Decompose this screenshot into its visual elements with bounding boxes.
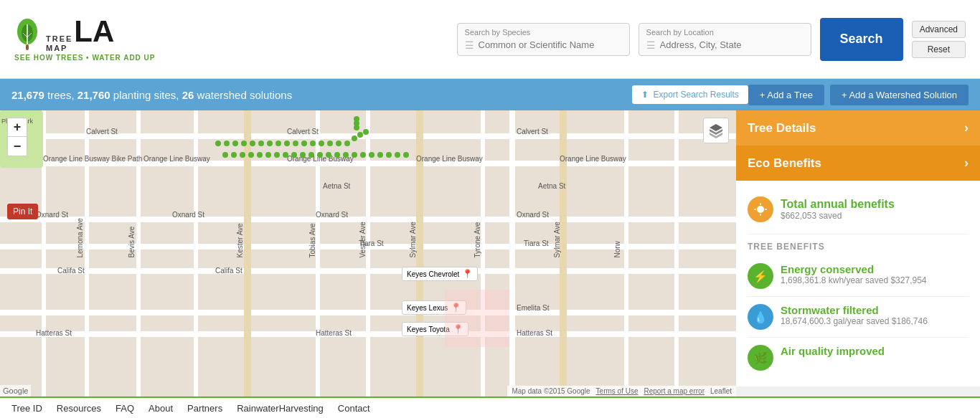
keyes-toyota-label: Keyes Toyota bbox=[407, 326, 450, 333]
total-benefits-title: Total annual benefits bbox=[781, 198, 895, 211]
report-link[interactable]: Report a map error bbox=[644, 387, 704, 395]
tree-dot bbox=[403, 152, 409, 158]
oxnard2-label: Oxnard St bbox=[172, 211, 204, 219]
road-lemona-v bbox=[85, 110, 89, 396]
watershed-count: 26 bbox=[182, 89, 194, 101]
footer: Tree ID Resources FAQ About Partners Rai… bbox=[0, 396, 980, 418]
svg-rect-5 bbox=[26, 44, 29, 50]
tree-details-chevron-icon: › bbox=[964, 120, 969, 136]
tobias-label: Tobias Ave bbox=[308, 223, 316, 257]
vesper-label: Vesper Ave bbox=[359, 222, 367, 257]
tree-dot bbox=[265, 152, 271, 158]
footer-link-about[interactable]: About bbox=[149, 403, 173, 414]
footer-link-treeid[interactable]: Tree ID bbox=[11, 403, 42, 414]
footer-link-rainwater[interactable]: RainwaterHarvesting bbox=[237, 403, 324, 414]
tree-dot bbox=[395, 152, 400, 158]
stats-text: 21,679 trees, 21,760 planting sites, 26 … bbox=[11, 89, 623, 101]
tree-dot bbox=[241, 141, 247, 146]
calvert-label: Calvert St bbox=[86, 128, 118, 136]
footer-link-partners[interactable]: Partners bbox=[187, 403, 222, 414]
google-logo: Google bbox=[0, 385, 31, 396]
map-area[interactable]: Calvert St Calvert St Calvert St Orange … bbox=[0, 110, 736, 396]
reset-button[interactable]: Reset bbox=[912, 41, 966, 58]
airquality-benefit-item: 🌿 Air quality improved bbox=[748, 338, 969, 378]
footer-link-faq[interactable]: FAQ bbox=[116, 403, 134, 414]
tree-dot bbox=[300, 152, 306, 158]
hamburger-icon: ☰ bbox=[465, 39, 474, 51]
lightning-icon: ⚡ bbox=[753, 270, 768, 283]
hatteras-label: Hatteras St bbox=[36, 329, 72, 337]
logo-la: LA bbox=[74, 16, 114, 47]
species-input[interactable] bbox=[479, 39, 622, 50]
eco-benefits-label: Eco Benefits bbox=[748, 156, 821, 171]
stormwater-benefit-item: 💧 Stormwater filtered 18,674,600.3 gal/y… bbox=[748, 297, 969, 338]
tree-dot bbox=[360, 152, 366, 158]
zoom-in-button[interactable]: + bbox=[8, 118, 27, 137]
road-r2-v bbox=[674, 110, 679, 396]
road-haskell-v bbox=[509, 110, 515, 396]
energy-detail: 1,698,361.8 kwh/year saved $327,954 bbox=[781, 275, 926, 285]
location-label: Search by Location bbox=[646, 28, 804, 37]
tree-details-label: Tree Details bbox=[748, 121, 816, 136]
stormwater-detail: 18,674,600.3 gal/year saved $186,746 bbox=[781, 316, 928, 326]
tree-details-header[interactable]: Tree Details › bbox=[736, 110, 980, 146]
logo-tree: TREE bbox=[46, 34, 72, 43]
add-buttons-group: + Add a Tree + Add a Watershed Solution bbox=[748, 85, 969, 105]
tree-dot bbox=[310, 141, 316, 146]
layers-icon bbox=[708, 123, 724, 138]
aetna-label: Aetna St bbox=[323, 182, 350, 190]
zoom-out-button[interactable]: − bbox=[8, 137, 27, 156]
footer-link-resources[interactable]: Resources bbox=[57, 403, 101, 414]
tree-dot bbox=[222, 152, 228, 158]
tree-dot bbox=[274, 152, 280, 158]
right-panel: Tree Details › Eco Benefits › bbox=[736, 110, 980, 396]
logo-leaf-icon bbox=[14, 17, 40, 52]
species-input-row: ☰ bbox=[465, 39, 622, 51]
hatteras3-label: Hatteras St bbox=[517, 329, 552, 337]
calvert3-label: Calvert St bbox=[517, 128, 548, 136]
tree-count: 21,679 bbox=[11, 89, 44, 101]
svg-point-9 bbox=[757, 206, 764, 213]
svg-marker-6 bbox=[710, 124, 722, 131]
energy-icon-circle: ⚡ bbox=[748, 263, 773, 289]
stormwater-title: Stormwater filtered bbox=[781, 304, 928, 316]
logo-tagline: SEE HOW TREES • WATER ADD UP bbox=[14, 54, 156, 62]
leaf-icon: 🌿 bbox=[753, 351, 768, 365]
road-bevis-v bbox=[136, 110, 141, 396]
eco-benefits-content: Total annual benefits $662,053 saved TRE… bbox=[736, 181, 980, 386]
location-hamburger-icon: ☰ bbox=[646, 39, 656, 51]
terms-link[interactable]: Terms of Use bbox=[596, 387, 639, 395]
header: TREE MAP LA SEE HOW TREES • WATER ADD UP… bbox=[0, 0, 980, 79]
energy-title: Energy conserved bbox=[781, 263, 926, 275]
map-data-text: Map data ©2015 Google bbox=[512, 387, 590, 395]
oxnard3-label: Oxnard St bbox=[316, 211, 348, 219]
layers-button[interactable] bbox=[703, 118, 729, 143]
add-tree-button[interactable]: + Add a Tree bbox=[748, 85, 824, 105]
highlight-block bbox=[445, 290, 509, 347]
tree-dot bbox=[257, 152, 263, 158]
pin-button[interactable]: Pin It bbox=[7, 204, 38, 219]
tree-dot bbox=[293, 141, 298, 146]
airquality-text: Air quality improved bbox=[781, 345, 885, 357]
main-content: Calvert St Calvert St Calvert St Orange … bbox=[0, 110, 980, 396]
tree-dot bbox=[250, 141, 255, 146]
location-input[interactable] bbox=[660, 39, 804, 50]
advanced-button[interactable]: Advanced bbox=[912, 21, 966, 38]
oxnard4-label: Oxnard St bbox=[517, 211, 549, 219]
eco-benefits-header[interactable]: Eco Benefits › bbox=[736, 146, 980, 181]
road-salon-v bbox=[194, 110, 198, 396]
search-button[interactable]: Search bbox=[820, 18, 903, 61]
footer-link-contact[interactable]: Contact bbox=[338, 403, 370, 414]
search-area: Search by Species ☰ Search by Location ☰… bbox=[156, 18, 966, 61]
oxnard-label: Oxnard St bbox=[36, 211, 68, 219]
export-button[interactable]: ⬆ Export Search Results bbox=[632, 85, 748, 104]
tree-dot bbox=[284, 141, 290, 146]
total-benefits-text: Total annual benefits $662,053 saved bbox=[781, 198, 895, 221]
orange4-label: Orange Line Busway bbox=[416, 155, 483, 163]
tree-dot bbox=[267, 141, 273, 146]
orange-label: Orange Line Busway Bike Path bbox=[43, 155, 142, 163]
energy-benefit-item: ⚡ Energy conserved 1,698,361.8 kwh/year … bbox=[748, 256, 969, 297]
add-watershed-button[interactable]: + Add a Watershed Solution bbox=[830, 85, 969, 105]
tree-dot bbox=[386, 152, 392, 158]
total-benefits-icon bbox=[748, 196, 773, 222]
